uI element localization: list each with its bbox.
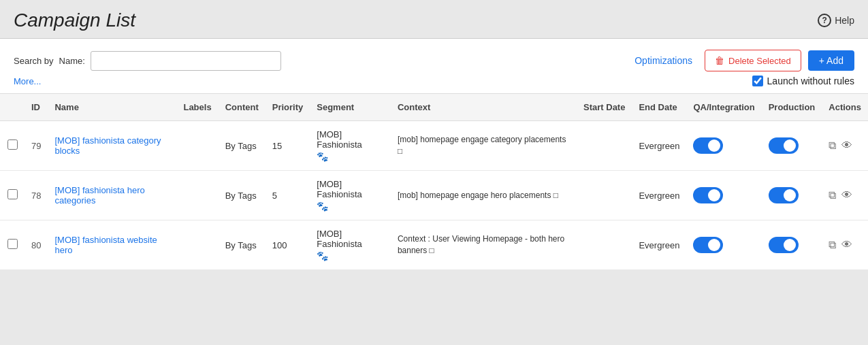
campaign-name-link[interactable]: [MOB] fashionista category blocks: [54, 135, 170, 156]
launch-without-rules-checkbox[interactable]: [752, 76, 763, 86]
search-input[interactable]: [91, 51, 281, 71]
segment-name: [MOB] Fashionista: [317, 129, 384, 150]
qa-toggle[interactable]: [693, 187, 723, 203]
cell-name: [MOB] fashionista hero categories: [48, 171, 176, 220]
add-label: + Add: [819, 55, 843, 66]
delete-selected-button[interactable]: 🗑 Delete Selected: [705, 50, 801, 71]
trash-icon: 🗑: [715, 55, 724, 66]
table-row: 78[MOB] fashionista hero categoriesBy Ta…: [0, 171, 868, 220]
context-text: Context : User Viewing Homepage - both h…: [398, 234, 564, 255]
cell-name: [MOB] fashionista website hero: [48, 220, 176, 270]
cell-id: 78: [25, 171, 48, 220]
copy-icon[interactable]: ⧉: [829, 239, 836, 251]
campaign-name-link[interactable]: [MOB] fashionista website hero: [54, 235, 170, 255]
help-button[interactable]: ? Help: [818, 14, 854, 27]
cell-start-date: [577, 220, 632, 270]
delete-label: Delete Selected: [728, 56, 791, 66]
cell-labels: [176, 121, 218, 171]
page-header: Campaign List ? Help: [0, 0, 868, 39]
col-id: ID: [25, 94, 48, 121]
copy-icon[interactable]: ⧉: [829, 139, 836, 152]
cell-segment: [MOB] Fashionista🐾: [310, 171, 391, 220]
context-text: [mob] homepage engage hero placements □: [398, 191, 558, 200]
paw-icon: 🐾: [317, 151, 384, 162]
table-row: 80[MOB] fashionista website heroBy Tags1…: [0, 220, 868, 270]
launch-section: Launch without rules: [752, 76, 854, 86]
row-checkbox-1[interactable]: [7, 189, 18, 199]
page-title: Campaign List: [14, 10, 135, 31]
production-toggle[interactable]: [769, 137, 799, 154]
cell-end-date: Evergreen: [632, 220, 686, 270]
name-label: Name:: [59, 56, 85, 66]
cell-name: [MOB] fashionista category blocks: [48, 121, 176, 171]
col-labels: Labels: [176, 94, 218, 121]
qa-toggle[interactable]: [693, 237, 723, 253]
row-checkbox-0[interactable]: [7, 139, 18, 150]
cell-actions: ⧉ 👁: [822, 121, 868, 171]
row-checkbox-2[interactable]: [7, 239, 18, 249]
table-header-row: ID Name Labels Content Priority Segment …: [0, 94, 868, 121]
cell-end-date: Evergreen: [632, 171, 686, 220]
col-actions: Actions: [822, 94, 868, 121]
cell-start-date: [577, 121, 632, 171]
page-wrapper: Campaign List ? Help Search by Name: Opt…: [0, 0, 868, 345]
col-priority: Priority: [266, 94, 310, 121]
cell-id: 79: [25, 121, 48, 171]
production-toggle[interactable]: [769, 187, 799, 203]
search-section: Search by Name:: [14, 51, 281, 71]
view-icon[interactable]: 👁: [841, 139, 852, 152]
campaigns-table: ID Name Labels Content Priority Segment …: [0, 93, 868, 270]
col-qa: QA/Integration: [686, 94, 761, 121]
cell-context: Context : User Viewing Homepage - both h…: [391, 220, 577, 270]
qa-toggle[interactable]: [693, 137, 723, 154]
cell-context: [mob] homepage engage category placement…: [391, 121, 577, 171]
table-row: 79[MOB] fashionista category blocksBy Ta…: [0, 121, 868, 171]
cell-production: [762, 121, 822, 171]
campaign-name-link[interactable]: [MOB] fashionista hero categories: [54, 185, 170, 206]
optimizations-button[interactable]: Optimizations: [629, 52, 698, 69]
toolbar-actions: Optimizations 🗑 Delete Selected + Add: [629, 50, 854, 71]
cell-qa: [686, 171, 761, 220]
add-button[interactable]: + Add: [808, 50, 854, 71]
search-by-label: Search by: [14, 56, 54, 66]
cell-content: By Tags: [219, 171, 266, 220]
more-link[interactable]: More...: [14, 76, 41, 86]
qa-toggle-slider: [693, 187, 723, 203]
cell-id: 80: [25, 220, 48, 270]
production-toggle[interactable]: [769, 237, 799, 253]
toolbar-bottom: More... Launch without rules: [14, 76, 854, 86]
help-icon: ?: [818, 14, 831, 27]
col-checkbox: [0, 94, 25, 121]
prod-toggle-slider: [769, 137, 799, 154]
paw-icon: 🐾: [317, 250, 384, 261]
view-icon[interactable]: 👁: [841, 239, 852, 251]
prod-toggle-slider: [769, 187, 799, 203]
cell-priority: 5: [266, 171, 310, 220]
context-text: [mob] homepage engage category placement…: [398, 135, 566, 156]
col-segment: Segment: [310, 94, 391, 121]
cell-production: [762, 171, 822, 220]
cell-segment: [MOB] Fashionista🐾: [310, 121, 391, 171]
copy-icon[interactable]: ⧉: [829, 189, 836, 201]
cell-labels: [176, 171, 218, 220]
col-end-date: End Date: [632, 94, 686, 121]
help-label: Help: [835, 15, 854, 26]
paw-icon: 🐾: [317, 201, 384, 212]
cell-segment: [MOB] Fashionista🐾: [310, 220, 391, 270]
cell-labels: [176, 220, 218, 270]
table-wrapper: ID Name Labels Content Priority Segment …: [0, 93, 868, 270]
toolbar-top: Search by Name: Optimizations 🗑 Delete S…: [14, 50, 854, 71]
toolbar: Search by Name: Optimizations 🗑 Delete S…: [0, 39, 868, 93]
optimizations-label: Optimizations: [634, 55, 692, 66]
col-content: Content: [219, 94, 266, 121]
cell-context: [mob] homepage engage hero placements □: [391, 171, 577, 220]
cell-content: By Tags: [219, 121, 266, 171]
segment-name: [MOB] Fashionista: [317, 179, 384, 199]
prod-toggle-slider: [769, 237, 799, 253]
view-icon[interactable]: 👁: [841, 189, 852, 201]
cell-qa: [686, 220, 761, 270]
col-production: Production: [762, 94, 822, 121]
segment-name: [MOB] Fashionista: [317, 229, 384, 249]
cell-start-date: [577, 171, 632, 220]
cell-end-date: Evergreen: [632, 121, 686, 171]
